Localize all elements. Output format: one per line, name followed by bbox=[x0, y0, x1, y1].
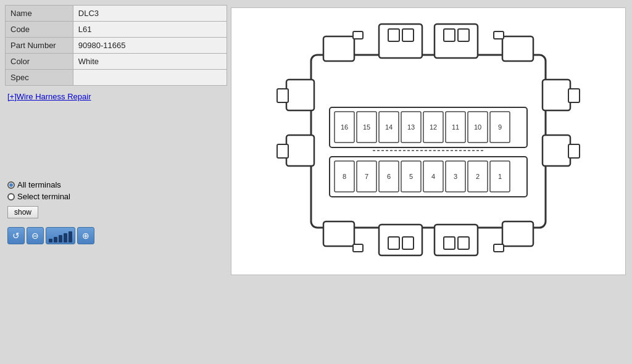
svg-rect-11 bbox=[286, 80, 314, 110]
zoom-bar-5 bbox=[69, 231, 72, 242]
part-number-label: Part Number bbox=[6, 38, 73, 54]
wire-harness-link[interactable]: [+]Wire Harness Repair bbox=[7, 92, 223, 101]
svg-rect-58 bbox=[444, 237, 455, 249]
svg-text:15: 15 bbox=[363, 123, 370, 131]
svg-text:11: 11 bbox=[452, 123, 459, 131]
svg-text:6: 6 bbox=[387, 173, 391, 180]
info-table: Name DLC3 Code L61 Part Number 90980-116… bbox=[5, 5, 227, 86]
svg-rect-1 bbox=[323, 36, 354, 61]
show-button[interactable]: show bbox=[7, 206, 38, 218]
svg-rect-62 bbox=[494, 244, 504, 252]
svg-text:13: 13 bbox=[407, 123, 415, 131]
svg-rect-6 bbox=[444, 29, 455, 41]
all-terminals-radio-circle bbox=[7, 181, 15, 189]
zoom-controls: ↺ ⊖ ⊕ bbox=[7, 227, 223, 244]
svg-rect-57 bbox=[434, 225, 478, 255]
svg-rect-53 bbox=[323, 221, 354, 246]
zoom-bar-3 bbox=[59, 235, 62, 242]
zoom-bar-2 bbox=[54, 237, 57, 242]
name-value: DLC3 bbox=[73, 6, 227, 22]
radio-group: All terminals Select terminal bbox=[7, 180, 223, 201]
spec-row: Spec bbox=[6, 70, 227, 86]
svg-rect-9 bbox=[353, 31, 363, 39]
color-label: Color bbox=[6, 54, 73, 70]
controls-area: All terminals Select terminal show ↺ ⊖ bbox=[5, 180, 223, 244]
svg-rect-56 bbox=[402, 237, 414, 249]
name-label: Name bbox=[6, 6, 73, 22]
svg-text:9: 9 bbox=[498, 123, 502, 131]
svg-text:14: 14 bbox=[385, 123, 393, 131]
zoom-bar-indicator bbox=[46, 227, 75, 244]
svg-text:12: 12 bbox=[430, 123, 437, 131]
svg-rect-8 bbox=[502, 36, 533, 61]
spec-label: Spec bbox=[6, 70, 73, 86]
zoom-in-button[interactable]: ⊕ bbox=[77, 227, 94, 244]
diagram-container: 16 15 14 13 12 11 10 9 8 bbox=[231, 7, 626, 275]
svg-rect-16 bbox=[568, 89, 580, 102]
select-terminal-radio-circle bbox=[7, 193, 15, 201]
svg-rect-13 bbox=[286, 135, 314, 166]
svg-rect-59 bbox=[458, 237, 469, 249]
zoom-bar-4 bbox=[64, 233, 67, 242]
svg-text:2: 2 bbox=[476, 173, 480, 180]
zoom-in-icon: ⊕ bbox=[82, 231, 89, 241]
svg-text:7: 7 bbox=[365, 173, 368, 180]
all-terminals-label: All terminals bbox=[17, 180, 61, 189]
svg-rect-3 bbox=[388, 29, 399, 41]
svg-text:1: 1 bbox=[498, 173, 502, 180]
code-value: L61 bbox=[73, 22, 227, 38]
left-panel: Name DLC3 Code L61 Part Number 90980-116… bbox=[0, 0, 228, 364]
connector-diagram: 16 15 14 13 12 11 10 9 8 bbox=[249, 18, 607, 265]
all-terminals-radio[interactable]: All terminals bbox=[7, 180, 223, 189]
svg-rect-4 bbox=[402, 29, 414, 41]
right-panel: 16 15 14 13 12 11 10 9 8 bbox=[228, 0, 632, 364]
color-value: White bbox=[73, 54, 227, 70]
svg-text:4: 4 bbox=[431, 173, 435, 180]
svg-rect-54 bbox=[379, 225, 422, 255]
svg-rect-10 bbox=[494, 31, 504, 39]
name-row: Name DLC3 bbox=[6, 6, 227, 22]
svg-rect-61 bbox=[353, 244, 363, 252]
part-number-row: Part Number 90980-11665 bbox=[6, 38, 227, 54]
svg-rect-17 bbox=[543, 135, 570, 166]
svg-rect-7 bbox=[458, 29, 469, 41]
svg-rect-18 bbox=[568, 144, 580, 158]
code-row: Code L61 bbox=[6, 22, 227, 38]
svg-text:8: 8 bbox=[343, 173, 346, 180]
main-container: Name DLC3 Code L61 Part Number 90980-116… bbox=[0, 0, 632, 364]
zoom-out-button[interactable]: ⊖ bbox=[27, 227, 44, 244]
select-terminal-label: Select terminal bbox=[17, 192, 70, 201]
svg-rect-14 bbox=[277, 144, 288, 158]
svg-rect-2 bbox=[379, 24, 422, 58]
svg-text:5: 5 bbox=[409, 173, 413, 180]
svg-rect-15 bbox=[543, 80, 570, 110]
zoom-bar-1 bbox=[49, 239, 52, 242]
svg-text:3: 3 bbox=[454, 173, 457, 180]
code-label: Code bbox=[6, 22, 73, 38]
svg-text:10: 10 bbox=[474, 123, 481, 131]
select-terminal-radio[interactable]: Select terminal bbox=[7, 192, 223, 201]
zoom-out-icon: ⊖ bbox=[31, 231, 39, 241]
svg-rect-5 bbox=[434, 24, 478, 58]
part-number-value: 90980-11665 bbox=[73, 38, 227, 54]
spec-value bbox=[73, 70, 227, 86]
svg-rect-12 bbox=[277, 89, 288, 102]
color-row: Color White bbox=[6, 54, 227, 70]
svg-text:16: 16 bbox=[341, 123, 348, 131]
reset-zoom-button[interactable]: ↺ bbox=[7, 227, 25, 244]
svg-rect-60 bbox=[502, 221, 533, 246]
reset-zoom-icon: ↺ bbox=[12, 231, 20, 241]
svg-rect-55 bbox=[388, 237, 399, 249]
